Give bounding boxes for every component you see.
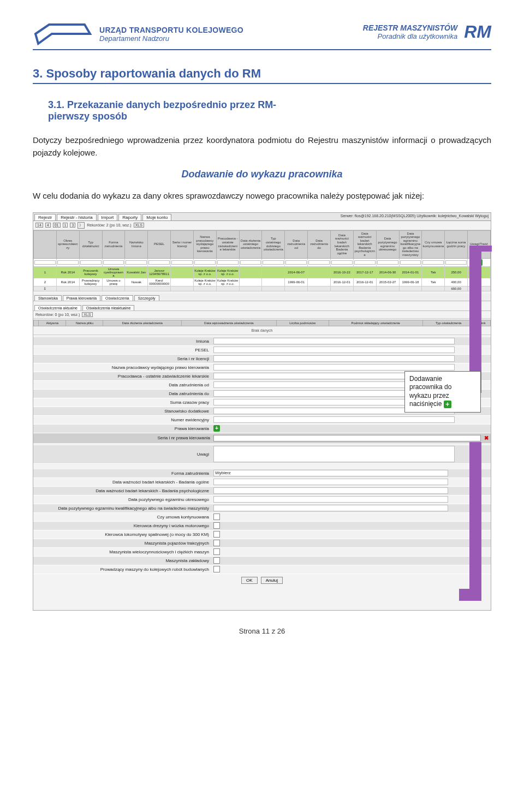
add-row-icon[interactable]: + [476, 259, 483, 266]
form-label: Data zatrudnienia od [33, 383, 213, 387]
tab-historia[interactable]: Rejestr - historia [57, 214, 96, 220]
date-input[interactable] [213, 505, 448, 511]
calendar-icon[interactable]: 📅 [470, 488, 477, 493]
filter-cell[interactable] [34, 258, 57, 266]
grid-sum-cell [468, 286, 491, 291]
inline-input[interactable] [213, 435, 481, 441]
filter-cell[interactable] [102, 258, 125, 266]
grid-cell: Karol 00000000000 [148, 278, 171, 286]
ok-button[interactable]: OK [241, 577, 258, 584]
tab-raporty[interactable]: Raporty [118, 214, 141, 220]
filter-cell[interactable] [353, 258, 376, 266]
filter-cell[interactable] [330, 258, 353, 266]
grid-cell: 1999-06-18 [399, 278, 422, 286]
nav-btn[interactable]: 01 [53, 223, 61, 228]
filter-cell[interactable] [399, 258, 422, 266]
subtab-oswiadczenia[interactable]: Oświadczenia [102, 295, 133, 301]
filter-cell[interactable] [445, 258, 468, 266]
plus-icon[interactable]: + [213, 425, 220, 432]
decl-header-cell: Nazwa pliku [66, 320, 103, 326]
decl-tab-aktualne[interactable]: Oświadczenia aktualne [34, 305, 81, 311]
form-label: Stanowisko dodatkowe [33, 409, 213, 414]
calendar-icon[interactable]: 📅 [470, 506, 477, 510]
xls-btn[interactable]: XLS [134, 223, 144, 228]
filter-cell[interactable] [216, 258, 239, 266]
grid-header-cell: Uwagi/Treść [468, 230, 491, 258]
date-input[interactable] [213, 479, 448, 485]
grid-sum-cell [376, 286, 399, 291]
sub-tabs: Stanowiska Prawa kierowania Oświadczenia… [33, 294, 491, 301]
xls-btn[interactable]: XLS [82, 312, 92, 317]
nav-btn[interactable]: 14 [35, 223, 43, 228]
checkbox[interactable] [213, 522, 220, 529]
header-right-line2: Poradnik dla użytkownika [363, 32, 457, 40]
filter-cell[interactable] [308, 258, 331, 266]
subtab-stanowiska[interactable]: Stanowiska [34, 295, 62, 301]
cancel-button[interactable]: Anuluj [261, 577, 283, 584]
filter-cell[interactable] [285, 258, 308, 266]
text-input[interactable] [213, 338, 455, 344]
form-row: Data ważności badań lekarskich - Badania… [33, 487, 491, 495]
checkbox[interactable] [213, 548, 220, 555]
decl-rec-count: Rekordów: 0 (po 10, wsz.) [35, 313, 80, 317]
text-input[interactable] [213, 416, 455, 423]
filter-cell[interactable] [148, 258, 171, 266]
form-label: Maszynista wieloczynnościowych i ciężkic… [33, 550, 213, 554]
checkbox[interactable] [213, 566, 220, 572]
main-grid: Okres sprawozdawczyTyp działalnościForma… [33, 230, 491, 291]
date-input[interactable] [213, 496, 448, 503]
decl-toolbar: Rekordów: 0 (po 10, wsz.) XLS [33, 311, 491, 319]
grid-sum-cell [125, 286, 148, 291]
date-input[interactable] [213, 487, 448, 494]
tab-moje-konto[interactable]: Moje konto [142, 214, 171, 220]
grid-header-cell: Nazwa pracodawcy wydającego prawo kierow… [193, 230, 216, 258]
filter-cell[interactable] [376, 258, 399, 266]
decl-tab-nieaktualne[interactable]: Oświadczenia nieaktualne [82, 305, 134, 311]
form-label: Data zatrudnienia do [33, 391, 213, 396]
textarea-input[interactable] [213, 446, 455, 462]
decl-header-cell: Aktywna [39, 320, 66, 326]
form-row: Forma zatrudnieniaWybierz▾(*) [33, 469, 491, 478]
text-input[interactable] [213, 347, 455, 353]
grid-header-cell: Typ działalności [79, 230, 102, 258]
decl-header-cell: Typ oświadczenia [422, 320, 474, 326]
select-input[interactable]: Wybierz [213, 470, 448, 476]
chevron-down-icon[interactable]: ▾ [470, 471, 477, 476]
calendar-icon[interactable]: 📅 [470, 497, 477, 501]
grid-cell [468, 266, 491, 278]
tab-import[interactable]: Import [98, 214, 118, 220]
text-input[interactable] [213, 364, 455, 371]
filter-cell[interactable] [422, 258, 445, 266]
filter-cell[interactable] [171, 258, 194, 266]
decl-grid: AktywnaNazwa plikuData złożenia oświadcz… [33, 320, 491, 326]
subtab-szczegoly[interactable]: Szczegóły [134, 295, 159, 301]
filter-cell[interactable]: + [468, 258, 491, 266]
delete-icon[interactable]: ✖ [484, 435, 489, 441]
subtab-prawa[interactable]: Prawa kierowania [63, 295, 100, 301]
grid-cell: Kowalski Jan [125, 266, 148, 278]
grid-cell: Janusz 12345678911 [148, 266, 171, 278]
filter-cell[interactable] [79, 258, 102, 266]
tab-rejestr[interactable]: Rejestr [34, 214, 56, 220]
calendar-icon[interactable]: 📅 [470, 480, 477, 484]
checkbox[interactable] [213, 557, 220, 564]
filter-cell[interactable] [262, 258, 285, 266]
form-label: Kierowca lokomotywy spalinowej (o mocy d… [33, 532, 213, 537]
filter-cell[interactable] [125, 258, 148, 266]
form-row: Maszynista pojazdów trakcyjnych(*) [33, 539, 491, 548]
nav-btn[interactable]: 3 [70, 223, 75, 228]
text-input[interactable] [213, 355, 455, 362]
grid-cell: Pracownik kolejowy [79, 266, 102, 278]
grid-cell [171, 266, 194, 278]
nav-btn[interactable]: 》 [78, 222, 85, 229]
form-row: Imiona [33, 337, 491, 346]
checkbox[interactable] [213, 540, 220, 546]
checkbox[interactable] [213, 531, 220, 538]
filter-cell[interactable] [239, 258, 262, 266]
filter-cell[interactable] [56, 258, 79, 266]
paragraph-2: W celu dodania do wykazu za dany okres s… [33, 190, 491, 202]
checkbox[interactable] [213, 514, 220, 520]
nav-btn[interactable]: 4 [45, 223, 51, 228]
filter-cell[interactable] [193, 258, 216, 266]
nav-btn[interactable]: 1 [63, 223, 68, 228]
